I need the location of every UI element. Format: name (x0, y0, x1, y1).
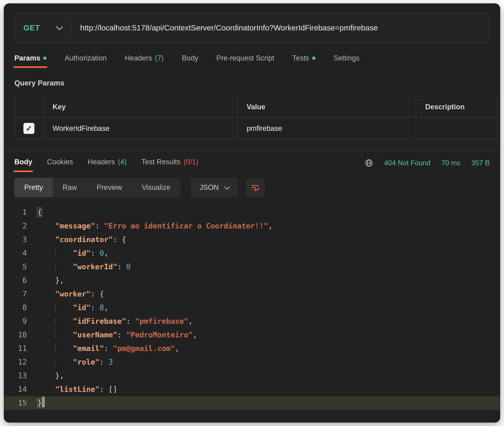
code-token: : (126, 317, 135, 325)
api-client-window: GET http://localhost:5178/api/ContextSer… (4, 3, 500, 423)
request-tab-pre-request-script[interactable]: Pre-request Script (216, 54, 274, 68)
column-header-value: Value (238, 96, 416, 118)
method-selector[interactable]: GET (15, 23, 71, 32)
code-token: } (37, 398, 42, 407)
response-body-editor[interactable]: 1{2 "message": "Erro ao identificar o Co… (4, 206, 500, 410)
tab-count: (4) (118, 158, 127, 166)
code-token: "userName" (73, 331, 117, 339)
wrap-lines-icon (250, 183, 260, 192)
param-key-cell[interactable]: WorkerIdFirebase (43, 118, 238, 139)
code-line: 4 "id": 0, (4, 246, 500, 260)
code-token: : (91, 249, 100, 257)
response-view-toolbar: PrettyRawPreviewVisualize JSON (14, 178, 490, 197)
code-token: [] (108, 385, 117, 393)
text-cursor (42, 397, 45, 407)
response-time[interactable]: 70 ms (441, 159, 461, 167)
line-number: 7 (4, 287, 27, 301)
chevron-down-icon (56, 23, 63, 30)
view-tab-preview[interactable]: Preview (87, 178, 132, 197)
request-tab-body[interactable]: Body (182, 54, 198, 68)
code-token: "Erro ao identificar o Coordinator!!" (104, 222, 268, 230)
line-text: "email": "pm@gmail.com", (27, 342, 179, 355)
code-token (55, 303, 73, 312)
line-number: 6 (4, 274, 27, 287)
line-number: 13 (4, 369, 27, 383)
code-line: 5 "workerId": 0 (4, 260, 500, 274)
url-input[interactable]: http://localhost:5178/api/ContextServer/… (80, 23, 378, 32)
line-number: 3 (4, 233, 27, 246)
request-tab-authorization[interactable]: Authorization (65, 54, 107, 68)
code-token: , (175, 344, 179, 353)
green-dot-icon (43, 57, 47, 60)
code-token: : (113, 235, 122, 244)
tab-count: (7) (155, 54, 164, 62)
param-value-cell[interactable]: pmfirebase (238, 118, 416, 139)
request-tab-settings[interactable]: Settings (334, 54, 359, 68)
request-tab-params[interactable]: Params (14, 54, 47, 68)
code-token: , (104, 249, 108, 257)
view-tab-visualize[interactable]: Visualize (132, 178, 180, 197)
response-tab-cookies[interactable]: Cookies (47, 158, 73, 172)
response-tab-test-results[interactable]: Test Results(0/1) (141, 158, 198, 172)
view-tab-raw[interactable]: Raw (53, 178, 87, 197)
code-token (37, 276, 55, 284)
line-text: "workerId": 0 (27, 260, 131, 274)
param-description-cell[interactable] (416, 118, 497, 139)
code-line: 14 "listLine": [] (4, 383, 500, 396)
code-token: "pmfirebase" (135, 317, 189, 325)
query-params-title: Query Params (14, 79, 490, 87)
line-number: 11 (4, 342, 27, 355)
response-section: BodyCookiesHeaders(4)Test Results(0/1) 4… (4, 150, 500, 410)
code-token (37, 290, 55, 298)
query-params-table: KeyValueDescription✓WorkerIdFirebasepmfi… (14, 96, 498, 139)
method-label: GET (23, 23, 40, 32)
line-number: 10 (4, 328, 27, 342)
view-tab-pretty[interactable]: Pretty (14, 178, 53, 197)
format-selector[interactable]: JSON (191, 178, 238, 197)
line-text: "role": 3 (27, 355, 113, 369)
code-token: { (122, 235, 126, 244)
response-tabs: BodyCookiesHeaders(4)Test Results(0/1) (14, 150, 198, 172)
line-number: 15 (4, 396, 27, 410)
line-text: "message": "Erro ao identificar o Coordi… (27, 219, 273, 233)
line-number: 9 (4, 314, 27, 328)
response-tab-headers[interactable]: Headers(4) (88, 158, 127, 172)
code-line: 9 "idFirebase": "pmfirebase", (4, 314, 500, 328)
divider (71, 21, 71, 35)
code-token: 0 (126, 263, 131, 271)
request-tab-headers[interactable]: Headers(7) (125, 54, 164, 68)
format-label: JSON (200, 183, 219, 192)
code-token (37, 317, 55, 325)
column-header-checkbox (15, 96, 43, 118)
code-token (55, 344, 73, 353)
code-token: }, (55, 276, 64, 284)
response-size[interactable]: 357 B (471, 159, 490, 167)
code-token: , (268, 222, 273, 230)
code-token: }, (55, 371, 64, 380)
tab-label: Tests (292, 54, 309, 62)
code-token: "pm@gmail.com" (113, 344, 175, 353)
code-token (55, 249, 73, 257)
code-line: 10 "userName": "PedroMonteiro", (4, 328, 500, 342)
code-token: "workerId" (73, 263, 117, 271)
column-header-key: Key (43, 96, 238, 118)
tab-label: Authorization (65, 54, 107, 62)
wrap-lines-button[interactable] (246, 178, 265, 197)
line-text: "id": 8, (27, 301, 108, 314)
code-line: 8 "id": 8, (4, 301, 500, 314)
response-status-bar: 404 Not Found 70 ms 357 B (364, 150, 490, 167)
line-text: "userName": "PedroMonteiro", (27, 328, 197, 342)
code-token: 0 (100, 249, 104, 257)
code-token (37, 344, 55, 353)
response-tab-body[interactable]: Body (14, 158, 32, 172)
globe-icon[interactable] (364, 159, 373, 167)
code-token (37, 371, 55, 380)
request-tab-tests[interactable]: Tests (292, 54, 315, 68)
code-token: "idFirebase" (73, 317, 126, 325)
code-token: : (117, 263, 126, 271)
tab-label: Pre-request Script (216, 54, 274, 62)
status-code[interactable]: 404 Not Found (384, 159, 430, 167)
row-checkbox[interactable]: ✓ (23, 123, 34, 134)
param-row-checkbox-cell: ✓ (15, 118, 43, 139)
code-token (37, 331, 55, 339)
